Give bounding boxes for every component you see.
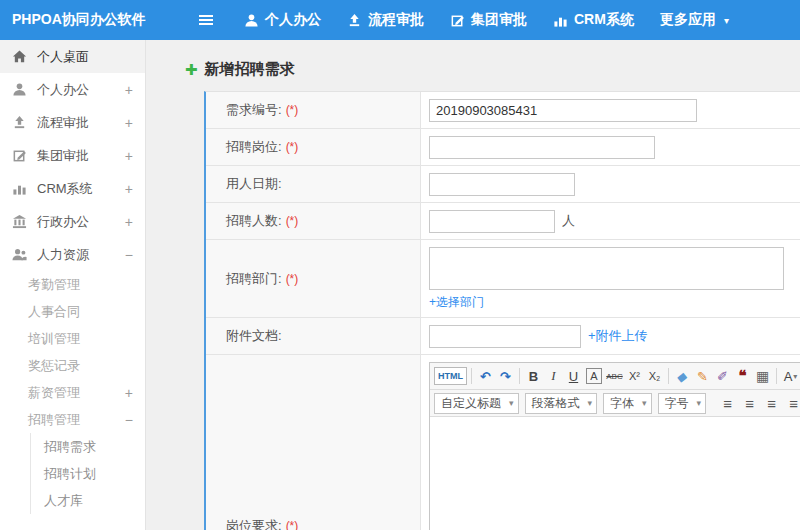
paragraph-format-select[interactable]: 段落格式 ▾	[525, 393, 598, 414]
pen-icon[interactable]: ✐	[713, 366, 732, 387]
select-label: 字号	[665, 395, 689, 412]
nav-group-approval[interactable]: 集团审批	[450, 11, 527, 29]
nav-personal-office[interactable]: 个人办公	[244, 11, 321, 29]
department-textarea[interactable]	[429, 247, 784, 290]
alignment-group: ≡ ≡ ≡ ≡	[718, 393, 800, 414]
position-input[interactable]	[429, 136, 655, 159]
nav-label: 集团审批	[471, 11, 527, 29]
main-content: ✚ 新增招聘需求 需求编号: (*) 招聘岗位: (*) 用人日期:	[147, 40, 800, 530]
collapse-toggle[interactable]: −	[125, 413, 133, 427]
bold-button[interactable]: B	[524, 366, 543, 387]
field-label: 附件文档:	[206, 318, 421, 354]
italic-button[interactable]: I	[544, 366, 563, 387]
sidebar-item-personal-office[interactable]: 个人办公 +	[0, 73, 145, 106]
editor-content-area[interactable]	[430, 417, 800, 530]
field-label: 岗位要求: (*)	[206, 355, 421, 530]
sidebar-item-training[interactable]: 培训管理	[0, 325, 145, 352]
sidebar-item-group-approval[interactable]: 集团审批 +	[0, 139, 145, 172]
nav-workflow-approval[interactable]: 流程审批	[347, 11, 424, 29]
top-navigation: 个人办公 流程审批 集团审批 CRM系统 更多应用 ▾	[244, 11, 729, 29]
edit-icon	[450, 13, 465, 28]
font-family-select[interactable]: 字体 ▾	[603, 393, 652, 414]
format-brush-icon[interactable]: ✎	[693, 366, 712, 387]
sidebar-item-talent-pool[interactable]: 人才库	[31, 487, 145, 514]
hamburger-menu-icon[interactable]	[198, 12, 214, 28]
align-left-icon[interactable]: ≡	[718, 393, 737, 414]
font-color-button[interactable]: A▾	[781, 366, 800, 387]
sidebar-item-admin-office[interactable]: 行政办公 +	[0, 205, 145, 238]
sidebar-item-salary[interactable]: 薪资管理 +	[0, 379, 145, 406]
sidebar-item-attendance[interactable]: 考勤管理	[0, 271, 145, 298]
expand-toggle[interactable]: +	[125, 386, 133, 400]
expand-toggle[interactable]: +	[125, 215, 133, 229]
headcount-input[interactable]	[429, 210, 555, 233]
align-justify-icon[interactable]: ≡	[784, 393, 800, 414]
subscript-button[interactable]: X₂	[645, 366, 664, 387]
sidebar-item-workflow-approval[interactable]: 流程审批 +	[0, 106, 145, 139]
expand-toggle[interactable]: +	[125, 83, 133, 97]
font-size-select[interactable]: 字号 ▾	[658, 393, 707, 414]
hr-submenu: 考勤管理 人事合同 培训管理 奖惩记录 薪资管理 + 招聘管理 − 招聘需求 招…	[0, 271, 145, 514]
unit-suffix: 人	[562, 212, 575, 230]
toolbar-separator	[668, 368, 669, 384]
recruit-submenu: 招聘需求 招聘计划 人才库	[30, 433, 145, 514]
expand-toggle[interactable]: +	[125, 182, 133, 196]
collapse-toggle[interactable]: −	[125, 248, 133, 262]
superscript-button[interactable]: X²	[625, 366, 644, 387]
undo-icon[interactable]: ↶	[476, 366, 495, 387]
sidebar-item-recruit-request[interactable]: 招聘需求	[31, 433, 145, 460]
page-header: ✚ 新增招聘需求	[147, 40, 800, 91]
form-row-date: 用人日期:	[206, 166, 800, 203]
align-right-icon[interactable]: ≡	[762, 393, 781, 414]
upload-icon	[12, 115, 28, 130]
underline-button[interactable]: U	[564, 366, 583, 387]
attachment-input[interactable]	[429, 325, 581, 348]
nav-crm-system[interactable]: CRM系统	[553, 11, 634, 29]
attachment-upload-link[interactable]: +附件上传	[588, 327, 648, 345]
toolbar-separator	[776, 368, 777, 384]
sidebar-item-recruit-plan[interactable]: 招聘计划	[31, 460, 145, 487]
caret-down-icon: ▾	[588, 398, 593, 408]
sidebar-item-hr-contract[interactable]: 人事合同	[0, 298, 145, 325]
char-border-button[interactable]: A	[586, 368, 602, 384]
required-mark: (*)	[286, 272, 299, 286]
expand-toggle[interactable]: +	[125, 149, 133, 163]
redo-icon[interactable]: ↷	[496, 366, 515, 387]
page-title: 新增招聘需求	[205, 60, 295, 79]
topbar: PHPOA协同办公软件 个人办公 流程审批 集团审批 CRM系统 更多应用 ▾	[0, 0, 800, 40]
nav-label: 更多应用	[660, 11, 716, 29]
label-text: 招聘部门:	[226, 270, 282, 288]
eraser-icon[interactable]: ◆	[671, 366, 694, 387]
sidebar-item-recruit-mgmt[interactable]: 招聘管理 −	[0, 406, 145, 433]
sidebar-item-label: 人事合同	[28, 303, 80, 321]
caret-down-icon: ▾	[697, 398, 702, 408]
form-row-requirement: 岗位要求: (*) HTML ↶ ↷ B I U A ABC	[206, 355, 800, 530]
sidebar-item-human-resources[interactable]: 人力资源 −	[0, 238, 145, 271]
align-center-icon[interactable]: ≡	[740, 393, 759, 414]
editor-toolbar-row2: 自定义标题 ▾ 段落格式 ▾ 字体 ▾ 字号 ▾	[430, 390, 800, 417]
nav-more-apps[interactable]: 更多应用 ▾	[660, 11, 729, 29]
field-label: 招聘岗位: (*)	[206, 129, 421, 165]
hire-date-input[interactable]	[429, 173, 575, 196]
select-department-link[interactable]: +选择部门	[429, 294, 484, 311]
sidebar-item-crm-system[interactable]: CRM系统 +	[0, 172, 145, 205]
table-icon[interactable]: ▦	[753, 366, 772, 387]
blockquote-icon[interactable]: ❝	[733, 366, 752, 387]
caret-down-icon: ▾	[724, 15, 729, 26]
sidebar-item-label: 招聘计划	[44, 465, 96, 483]
sidebar-item-personal-desktop[interactable]: 个人桌面	[0, 40, 145, 73]
recruitment-request-form: 需求编号: (*) 招聘岗位: (*) 用人日期:	[204, 91, 800, 530]
html-source-button[interactable]: HTML	[434, 367, 467, 385]
sidebar-item-rewards[interactable]: 奖惩记录	[0, 352, 145, 379]
request-code-input[interactable]	[429, 99, 697, 122]
custom-heading-select[interactable]: 自定义标题 ▾	[434, 393, 519, 414]
toolbar-separator	[471, 368, 472, 384]
app-logo: PHPOA协同办公软件	[0, 11, 150, 29]
strikethrough-button[interactable]: ABC	[605, 366, 624, 387]
select-label: 自定义标题	[441, 395, 501, 412]
bar-chart-icon	[553, 13, 568, 28]
label-text: 附件文档:	[226, 327, 282, 345]
caret-down-icon: ▾	[793, 372, 797, 381]
form-row-department: 招聘部门: (*) +选择部门	[206, 240, 800, 318]
expand-toggle[interactable]: +	[125, 116, 133, 130]
